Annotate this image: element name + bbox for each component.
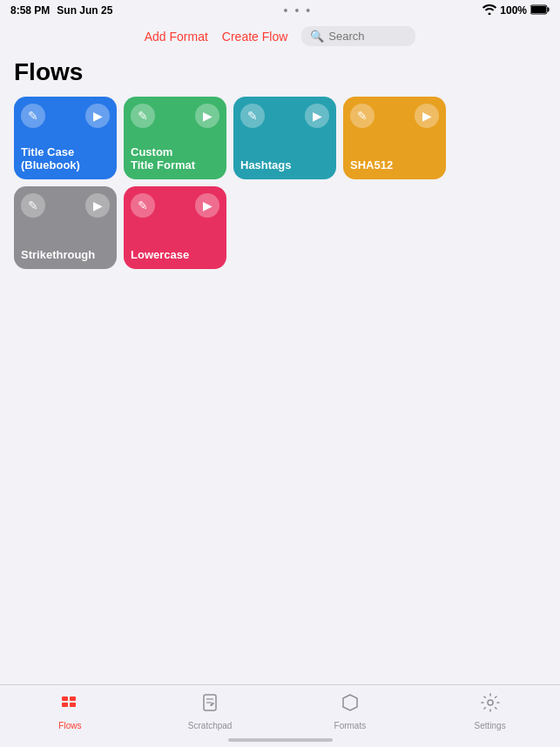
status-dots: • • • (284, 3, 312, 17)
flow-card-strikethrough[interactable]: ✎▶Strikethrough (14, 186, 117, 269)
edit-icon[interactable]: ✎ (131, 193, 155, 218)
flows-icon (59, 692, 80, 718)
edit-icon[interactable]: ✎ (21, 104, 45, 128)
flows-tab-label: Flows (58, 721, 81, 730)
svg-rect-6 (70, 703, 76, 707)
edit-icon[interactable]: ✎ (131, 104, 155, 128)
card-icons: ✎▶ (21, 104, 110, 128)
status-time: 8:58 PM (10, 4, 50, 17)
search-box[interactable]: 🔍 (301, 26, 415, 46)
flow-label: Custom Title Format (131, 145, 219, 172)
svg-rect-1 (548, 7, 550, 11)
formats-icon (340, 692, 361, 718)
flow-label: Hashtags (240, 158, 329, 172)
run-icon[interactable]: ▶ (305, 104, 329, 128)
run-icon[interactable]: ▶ (195, 104, 219, 128)
flow-grid: ✎▶Title Case (Bluebook)✎▶Custom Title Fo… (0, 97, 560, 269)
settings-icon (480, 692, 501, 718)
flow-card-custom-title[interactable]: ✎▶Custom Title Format (124, 97, 226, 179)
battery-icon (530, 4, 550, 17)
card-icons: ✎▶ (131, 104, 219, 128)
card-icons: ✎▶ (240, 104, 329, 128)
search-icon: 🔍 (310, 30, 324, 43)
status-date: Sun Jun 25 (57, 4, 112, 17)
nav-bar: Add Format Create Flow 🔍 (0, 21, 560, 51)
edit-icon[interactable]: ✎ (350, 104, 374, 128)
tab-formats[interactable]: Formats (280, 692, 421, 730)
tab-flows[interactable]: Flows (0, 692, 140, 730)
card-icons: ✎▶ (131, 193, 219, 218)
flow-card-title-case[interactable]: ✎▶Title Case (Bluebook) (14, 97, 117, 179)
tab-scratchpad[interactable]: Scratchpad (140, 692, 280, 730)
formats-tab-label: Formats (334, 721, 367, 730)
edit-icon[interactable]: ✎ (240, 104, 265, 128)
flow-card-lowercase[interactable]: ✎▶Lowercase (124, 186, 226, 269)
flow-card-sha512[interactable]: ✎▶SHA512 (343, 97, 446, 179)
svg-rect-4 (62, 703, 68, 707)
scratchpad-tab-label: Scratchpad (188, 721, 233, 730)
edit-icon[interactable]: ✎ (21, 193, 45, 218)
svg-rect-2 (531, 6, 546, 13)
add-format-button[interactable]: Add Format (145, 30, 208, 44)
status-right: 100% (482, 4, 550, 17)
settings-tab-label: Settings (475, 721, 506, 730)
create-flow-button[interactable]: Create Flow (222, 30, 287, 44)
flow-label: Title Case (Bluebook) (21, 145, 110, 172)
battery-percentage: 100% (500, 4, 527, 17)
svg-rect-5 (70, 697, 76, 701)
card-icons: ✎▶ (21, 193, 110, 218)
status-bar: 8:58 PM Sun Jun 25 • • • 100% (0, 0, 560, 21)
run-icon[interactable]: ▶ (415, 104, 439, 128)
svg-point-10 (488, 700, 493, 705)
wifi-icon (482, 4, 496, 17)
svg-rect-3 (62, 697, 68, 701)
flow-card-hashtags[interactable]: ✎▶Hashtags (233, 97, 336, 179)
card-icons: ✎▶ (350, 104, 439, 128)
run-icon[interactable]: ▶ (85, 193, 110, 218)
run-icon[interactable]: ▶ (85, 104, 110, 128)
flow-label: Strikethrough (21, 248, 110, 262)
flow-label: Lowercase (131, 248, 219, 262)
page-title: Flows (0, 51, 560, 97)
scratchpad-icon (199, 692, 220, 718)
home-indicator (228, 738, 333, 742)
search-input[interactable] (328, 30, 407, 43)
run-icon[interactable]: ▶ (195, 193, 219, 218)
tab-settings[interactable]: Settings (420, 692, 560, 730)
flow-label: SHA512 (350, 158, 439, 172)
